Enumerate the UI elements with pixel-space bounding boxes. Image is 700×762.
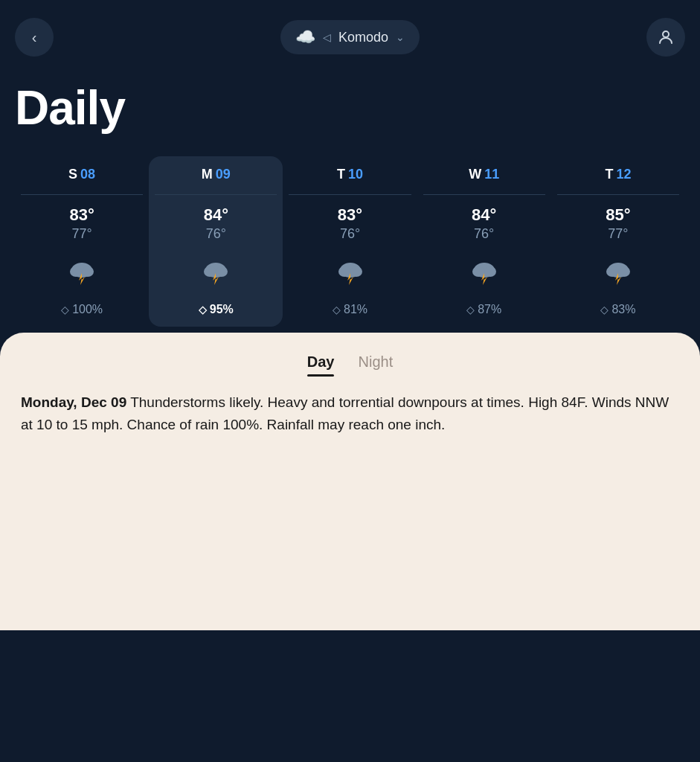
precip: ◇ 100%: [61, 303, 103, 316]
temp-high: 83°: [69, 205, 94, 225]
top-section: ‹ ☁️ ◁ Komodo ⌄ Daily S 08 83° 77°: [0, 0, 700, 327]
temp-high: 84°: [204, 205, 228, 225]
svg-point-15: [484, 266, 496, 277]
precip-value: 81%: [344, 303, 367, 316]
drop-icon: ◇: [61, 304, 69, 316]
location-pill[interactable]: ☁️ ◁ Komodo ⌄: [280, 20, 420, 54]
svg-point-18: [606, 266, 618, 277]
storm-icon: [334, 255, 367, 292]
temp-low: 77°: [71, 226, 91, 242]
drop-icon: ◇: [199, 304, 207, 316]
day-label: S 08: [68, 167, 95, 182]
back-icon: ‹: [32, 29, 37, 46]
tab-day[interactable]: Day: [307, 353, 335, 377]
precip-value: 83%: [611, 303, 635, 316]
temp-low: 76°: [340, 226, 360, 242]
header: ‹ ☁️ ◁ Komodo ⌄: [15, 18, 685, 57]
svg-point-11: [350, 266, 362, 277]
svg-point-0: [663, 31, 669, 37]
day-number: 10: [348, 167, 363, 182]
day-letter: W: [469, 167, 481, 182]
precip: ◇ 81%: [333, 303, 367, 316]
day-label: W 11: [469, 167, 499, 182]
divider: [155, 194, 277, 195]
svg-point-10: [338, 266, 350, 277]
day-letter: T: [605, 167, 613, 182]
svg-point-7: [216, 266, 228, 277]
precip: ◇ 87%: [466, 303, 501, 316]
svg-point-2: [70, 266, 82, 277]
storm-icon: [468, 255, 501, 292]
drop-icon: ◇: [466, 304, 475, 316]
day-night-tabs: Day Night: [21, 353, 679, 377]
temp-low: 77°: [608, 226, 628, 242]
daily-grid: S 08 83° 77° ◇ 100%: [15, 156, 685, 327]
day-letter: M: [202, 167, 213, 182]
temp-high: 83°: [338, 205, 362, 225]
day-letter: S: [68, 167, 77, 182]
temp-low: 76°: [474, 226, 494, 242]
bottom-panel: Day Night Monday, Dec 09 Thunderstorms l…: [0, 333, 700, 630]
day-label: M 09: [202, 167, 231, 182]
day-col[interactable]: W 11 84° 76° ◇ 87%: [417, 156, 551, 327]
day-letter: T: [337, 167, 345, 182]
forecast-text: Monday, Dec 09 Thunderstorms likely. Hea…: [21, 391, 679, 437]
svg-point-19: [618, 266, 630, 277]
divider: [21, 194, 143, 195]
precip-value: 95%: [210, 303, 234, 316]
forecast-date: Monday, Dec 09: [21, 394, 126, 410]
storm-icon: [199, 255, 232, 292]
temp-low: 76°: [206, 226, 226, 242]
day-label: T 12: [605, 167, 631, 182]
temp-high: 84°: [472, 205, 496, 225]
back-button[interactable]: ‹: [15, 18, 54, 57]
day-number: 12: [616, 167, 631, 182]
cloud-icon: ☁️: [295, 28, 315, 47]
svg-point-6: [204, 266, 216, 277]
location-arrow-icon: ◁: [323, 31, 331, 43]
precip-value: 87%: [478, 303, 501, 316]
svg-point-3: [82, 266, 94, 277]
divider: [557, 194, 679, 195]
precip: ◇ 95%: [199, 303, 234, 316]
drop-icon: ◇: [600, 304, 609, 316]
drop-icon: ◇: [333, 304, 341, 316]
person-icon: [657, 28, 675, 46]
day-col[interactable]: M 09 84° 76° ◇ 95%: [149, 156, 283, 327]
svg-point-14: [472, 266, 484, 277]
page-title: Daily: [15, 80, 685, 135]
location-name: Komodo: [338, 30, 388, 45]
divider: [423, 194, 545, 195]
precip: ◇ 83%: [600, 303, 635, 316]
divider: [289, 194, 411, 195]
tab-night[interactable]: Night: [359, 353, 394, 377]
storm-icon: [65, 255, 98, 292]
chevron-down-icon: ⌄: [396, 31, 405, 43]
profile-button[interactable]: [646, 18, 685, 57]
day-col[interactable]: T 12 85° 77° ◇ 83%: [551, 156, 685, 327]
day-label: T 10: [337, 167, 363, 182]
day-col[interactable]: T 10 83° 76° ◇ 81%: [283, 156, 417, 327]
day-col[interactable]: S 08 83° 77° ◇ 100%: [15, 156, 149, 327]
day-number: 09: [216, 167, 231, 182]
day-number: 11: [484, 167, 499, 182]
day-number: 08: [80, 167, 95, 182]
storm-icon: [602, 255, 635, 292]
precip-value: 100%: [72, 303, 103, 316]
temp-high: 85°: [606, 205, 630, 225]
